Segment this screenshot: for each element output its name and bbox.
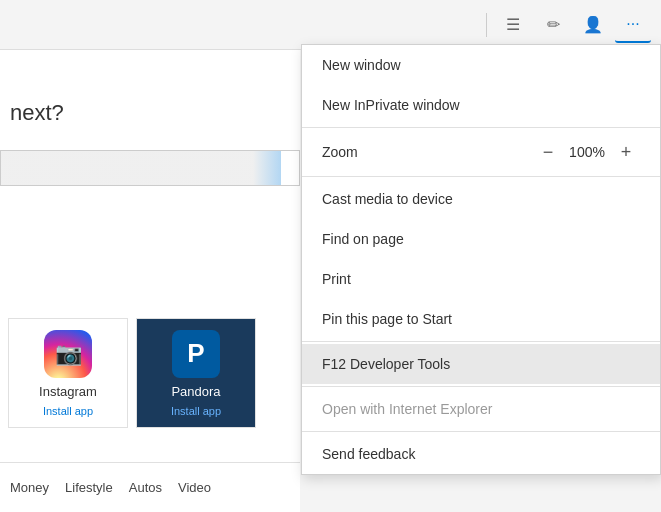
browser-toolbar: ☰ ✏ 👤 ··· <box>0 0 661 50</box>
menu-divider-2 <box>302 176 660 177</box>
menu-divider-1 <box>302 127 660 128</box>
zoom-minus-button[interactable]: − <box>534 138 562 166</box>
menu-item-cast-media[interactable]: Cast media to device <box>302 179 660 219</box>
toolbar-icon-group: ☰ ✏ 👤 ··· <box>482 7 651 43</box>
page-content-area: next? 📷 Instagram Install app P Pandora … <box>0 50 300 512</box>
instagram-install[interactable]: Install app <box>43 405 93 417</box>
nav-lifestyle[interactable]: Lifestyle <box>65 480 113 495</box>
nav-money[interactable]: Money <box>10 480 49 495</box>
menu-item-new-inprivate-window[interactable]: New InPrivate window <box>302 85 660 125</box>
menu-item-open-ie: Open with Internet Explorer <box>302 389 660 429</box>
menu-divider-3 <box>302 341 660 342</box>
edit-icon-btn[interactable]: ✏ <box>535 7 571 43</box>
nav-video[interactable]: Video <box>178 480 211 495</box>
pandora-icon: P <box>172 330 220 378</box>
instagram-name: Instagram <box>39 384 97 399</box>
instagram-tile[interactable]: 📷 Instagram Install app <box>8 318 128 428</box>
nav-autos[interactable]: Autos <box>129 480 162 495</box>
search-bar-fill <box>1 151 281 185</box>
more-icon-btn[interactable]: ··· <box>615 7 651 43</box>
pandora-name: Pandora <box>171 384 220 399</box>
menu-divider-4 <box>302 386 660 387</box>
zoom-row: Zoom − 100% + <box>302 130 660 174</box>
menu-item-print[interactable]: Print <box>302 259 660 299</box>
bottom-nav: Money Lifestyle Autos Video <box>0 462 300 512</box>
menu-item-pin-to-start[interactable]: Pin this page to Start <box>302 299 660 339</box>
zoom-plus-button[interactable]: + <box>612 138 640 166</box>
profile-icon-btn[interactable]: 👤 <box>575 7 611 43</box>
search-bar[interactable] <box>0 150 300 186</box>
zoom-value: 100% <box>562 144 612 160</box>
zoom-label: Zoom <box>322 144 534 160</box>
pandora-install[interactable]: Install app <box>171 405 221 417</box>
menu-item-f12-dev-tools[interactable]: F12 Developer Tools <box>302 344 660 384</box>
pandora-tile[interactable]: P Pandora Install app <box>136 318 256 428</box>
app-tiles-container: 📷 Instagram Install app P Pandora Instal… <box>0 310 264 436</box>
page-text: next? <box>10 100 64 126</box>
hamburger-icon-btn[interactable]: ☰ <box>495 7 531 43</box>
menu-item-new-window[interactable]: New window <box>302 45 660 85</box>
menu-item-send-feedback[interactable]: Send feedback <box>302 434 660 474</box>
dropdown-menu: New window New InPrivate window Zoom − 1… <box>301 44 661 475</box>
menu-divider-5 <box>302 431 660 432</box>
toolbar-divider-1 <box>486 13 487 37</box>
menu-item-find-on-page[interactable]: Find on page <box>302 219 660 259</box>
instagram-icon: 📷 <box>44 330 92 378</box>
